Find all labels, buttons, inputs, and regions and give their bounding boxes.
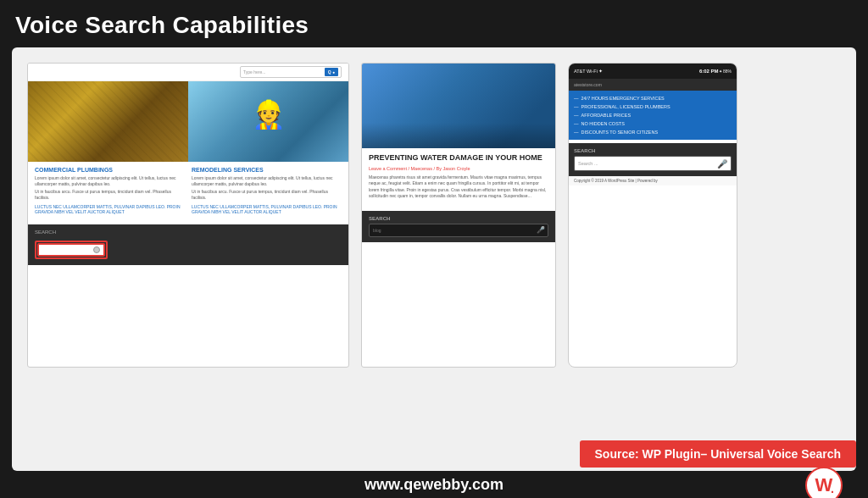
right-image (188, 81, 348, 162)
left-image (28, 81, 188, 162)
search-box[interactable] (37, 243, 105, 257)
screenshot-blog: PREVENTING WATER DAMAGE IN YOUR HOME Lea… (361, 63, 556, 368)
search-icon (93, 246, 100, 253)
mobile-status-bar: AT&T Wi-Fi ✦ 6:02 PM ✦ 88% (569, 64, 737, 79)
mobile-nav-bar: ateststore.com (569, 79, 737, 91)
mobile-search-box[interactable]: Search ... 🎤 (574, 156, 732, 171)
logo-accent: · (831, 485, 834, 499)
blog-footer: SEARCH blog 🎤 (362, 211, 555, 242)
mobile-copyright: Copyright © 2019 A WordPress Site | Powe… (569, 176, 737, 185)
mobile-mic-icon: 🎤 (717, 159, 727, 169)
search-label: SEARCH (35, 230, 342, 235)
screenshot-mobile: AT&T Wi-Fi ✦ 6:02 PM ✦ 88% ateststore.co… (568, 63, 737, 368)
left-col-text: Lorem ipsum dolor sit amet, consectetur … (35, 175, 185, 187)
menu-item-2: PROFESSIONAL, LICENSED PLUMBERS (574, 102, 732, 111)
blog-search-input: blog (373, 228, 537, 233)
right-col: REMODELING SERVICES Lorem ipsum dolor si… (192, 167, 342, 214)
right-col-text2: Ut in faucibus arcu. Fusce ut purus temp… (192, 189, 342, 201)
hero-images (28, 81, 348, 162)
source-badge: Source: WP Plugin– Universal Voice Searc… (580, 440, 856, 468)
mobile-time: 6:02 PM (699, 69, 719, 74)
mobile-search-section: SEARCH Search ... 🎤 (569, 143, 737, 176)
screenshots-row: Type here... Q ● COMMERCIAL PLUMBINGS Lo… (27, 63, 841, 376)
mobile-carrier: AT&T Wi-Fi ✦ (574, 69, 699, 74)
left-col-link: LUCTUS NEC ULLAMCORPER MATTIS, PULVINAR … (35, 204, 185, 214)
right-col-link: LUCTUS NEC ULLAMCORPER MATTIS, PULVINAR … (192, 204, 342, 214)
footer-url: www.qewebby.com (364, 476, 504, 494)
right-col-title: REMODELING SERVICES (192, 167, 342, 173)
menu-item-1: 24/7 HOURS EMERGENCY SERVICES (574, 94, 732, 102)
menu-item-4: NO HIDDEN COSTS (574, 119, 732, 128)
main-card: Type here... Q ● COMMERCIAL PLUMBINGS Lo… (12, 47, 856, 471)
menu-item-5: DISCOUNTS TO SENIOR CITIZENS (574, 128, 732, 136)
blog-mic-icon: 🎤 (537, 227, 544, 234)
mobile-battery: ✦ 88% (719, 69, 732, 74)
mobile-search-input: Search ... (578, 161, 717, 166)
page-header: Voice Search Capabilities (0, 0, 868, 47)
top-search-input: Type here... (243, 69, 325, 75)
page-title: Voice Search Capabilities (15, 12, 853, 39)
menu-item-3: AFFORDABLE PRICES (574, 111, 732, 119)
blog-title: PREVENTING WATER DAMAGE IN YOUR HOME (369, 153, 548, 163)
search-box-wrapper (35, 241, 108, 259)
top-search-box[interactable]: Type here... Q ● (240, 66, 342, 78)
mobile-search-label: SEARCH (574, 148, 732, 153)
right-col-text: Lorem ipsum dolor sit amet, consectetur … (192, 175, 342, 187)
blog-search-label: SEARCH (369, 216, 548, 221)
mobile-menu: 24/7 HOURS EMERGENCY SERVICES PROFESSION… (569, 91, 737, 140)
left-col-title: COMMERCIAL PLUMBINGS (35, 167, 185, 173)
top-search-button[interactable]: Q ● (325, 68, 338, 76)
page-footer: www.qewebby.com W · (0, 471, 868, 494)
desktop-footer: SEARCH (28, 224, 348, 265)
mobile-url: ateststore.com (574, 82, 602, 87)
blog-hero-image (362, 64, 555, 148)
screenshot-desktop: Type here... Q ● COMMERCIAL PLUMBINGS Lo… (27, 63, 349, 368)
footer-logo: W · (805, 467, 843, 499)
left-col: COMMERCIAL PLUMBINGS Lorem ipsum dolor s… (35, 167, 185, 214)
left-col-text2: Ut in faucibus arcu. Fusce ut purus temp… (35, 189, 185, 201)
content-area: COMMERCIAL PLUMBINGS Lorem ipsum dolor s… (28, 162, 348, 219)
blog-content: PREVENTING WATER DAMAGE IN YOUR HOME Lea… (362, 148, 555, 208)
blog-text: Maecenas pharetra risus sit amet gravida… (369, 174, 548, 200)
blog-meta: Leave a Comment / Maecenas / By Jason Cr… (369, 166, 548, 171)
columns: COMMERCIAL PLUMBINGS Lorem ipsum dolor s… (35, 167, 342, 214)
blog-search-box[interactable]: blog 🎤 (369, 224, 548, 237)
